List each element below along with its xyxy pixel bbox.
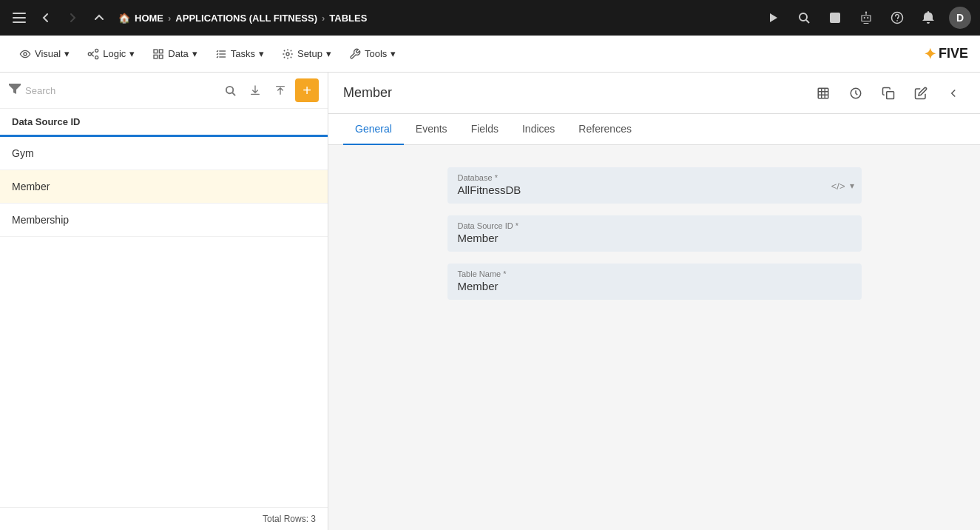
svg-line-26 bbox=[232, 93, 235, 95]
home-icon: 🏠 bbox=[118, 13, 130, 24]
back-icon[interactable] bbox=[36, 7, 56, 28]
edit-icon[interactable] bbox=[909, 81, 933, 105]
forward-icon[interactable] bbox=[62, 7, 83, 28]
form-area: Database * AllFitnessDB </> ▾ Data Sourc… bbox=[328, 145, 980, 530]
datasource-id-field-value: Member bbox=[458, 232, 851, 244]
svg-rect-2 bbox=[13, 21, 26, 23]
search-icon[interactable] bbox=[794, 7, 814, 28]
dropdown-icon[interactable]: ▾ bbox=[850, 181, 854, 191]
svg-rect-6 bbox=[830, 13, 840, 23]
database-field-actions: </> ▾ bbox=[831, 180, 854, 191]
breadcrumb-home[interactable]: HOME bbox=[135, 13, 163, 24]
stop-icon[interactable] bbox=[825, 7, 845, 28]
svg-point-4 bbox=[800, 13, 807, 21]
svg-line-5 bbox=[806, 20, 809, 23]
tab-general[interactable]: General bbox=[343, 114, 404, 145]
tab-fields[interactable]: Fields bbox=[459, 114, 510, 145]
filter-icon[interactable] bbox=[9, 84, 21, 97]
svg-rect-20 bbox=[160, 55, 163, 58]
svg-point-13 bbox=[95, 49, 98, 52]
svg-line-15 bbox=[92, 51, 94, 53]
nav-logic[interactable]: Logic ▾ bbox=[80, 44, 142, 64]
up-icon[interactable] bbox=[89, 7, 109, 28]
history-icon[interactable] bbox=[844, 81, 868, 105]
hamburger-menu-icon[interactable] bbox=[9, 7, 30, 28]
breadcrumb: 🏠 HOME › APPLICATIONS (ALL FITNESS) › TA… bbox=[118, 13, 367, 24]
svg-line-16 bbox=[92, 54, 94, 56]
table-name-field-value: Member bbox=[458, 280, 851, 292]
bell-icon[interactable] bbox=[918, 7, 939, 28]
tab-events[interactable]: Events bbox=[404, 114, 459, 145]
user-avatar[interactable]: D bbox=[949, 7, 971, 29]
table-name-field: Table Name * Member bbox=[447, 264, 862, 300]
main-layout: + Data Source ID Gym Member Membership T… bbox=[0, 73, 980, 530]
tabs-bar: General Events Fields Indices References bbox=[328, 114, 980, 145]
datasource-id-field-label: Data Source ID * bbox=[458, 221, 851, 230]
svg-point-7 bbox=[864, 17, 865, 19]
five-logo: ✦ FIVE bbox=[924, 45, 968, 63]
table-name-field-group: Table Name * Member bbox=[447, 264, 862, 300]
content-title: Member bbox=[343, 85, 805, 101]
search-icon[interactable] bbox=[220, 80, 240, 101]
nav-visual[interactable]: Visual ▾ bbox=[12, 44, 77, 64]
database-field: Database * AllFitnessDB </> ▾ bbox=[447, 167, 862, 204]
breadcrumb-sep-2: › bbox=[322, 13, 325, 24]
code-icon[interactable]: </> bbox=[831, 180, 845, 191]
five-logo-text: FIVE bbox=[939, 46, 968, 61]
svg-point-8 bbox=[867, 17, 868, 19]
add-button[interactable]: + bbox=[295, 78, 319, 102]
svg-point-12 bbox=[89, 53, 92, 56]
table-name-field-label: Table Name * bbox=[458, 269, 851, 278]
back-nav-icon[interactable] bbox=[942, 81, 965, 105]
svg-marker-3 bbox=[770, 13, 777, 22]
sidebar-toolbar: + bbox=[0, 73, 328, 109]
database-field-label: Database * bbox=[458, 173, 851, 182]
sidebar-item-membership[interactable]: Membership bbox=[0, 204, 328, 237]
nav-setup[interactable]: Setup ▾ bbox=[274, 44, 339, 64]
svg-point-14 bbox=[95, 56, 98, 58]
svg-point-24 bbox=[286, 53, 289, 56]
sidebar: + Data Source ID Gym Member Membership T… bbox=[0, 73, 328, 530]
breadcrumb-tables[interactable]: TABLES bbox=[329, 13, 367, 24]
svg-rect-0 bbox=[13, 13, 26, 14]
breadcrumb-app[interactable]: APPLICATIONS (ALL FITNESS) bbox=[175, 13, 317, 24]
svg-rect-17 bbox=[154, 50, 158, 53]
robot-icon[interactable] bbox=[856, 7, 876, 28]
search-input[interactable] bbox=[25, 85, 215, 96]
database-field-value: AllFitnessDB bbox=[458, 184, 851, 196]
sidebar-footer: Total Rows: 3 bbox=[0, 507, 328, 530]
five-star-icon: ✦ bbox=[924, 45, 936, 63]
nav-tasks[interactable]: Tasks ▾ bbox=[208, 44, 271, 64]
content-area: Member bbox=[328, 73, 980, 530]
sidebar-item-member[interactable]: Member bbox=[0, 170, 328, 204]
copy-icon[interactable] bbox=[876, 81, 900, 105]
content-header: Member bbox=[328, 73, 980, 114]
upload-icon[interactable] bbox=[270, 80, 291, 101]
form-inner: Database * AllFitnessDB </> ▾ Data Sourc… bbox=[447, 167, 862, 300]
svg-point-25 bbox=[226, 86, 232, 93]
breadcrumb-sep-1: › bbox=[168, 13, 171, 24]
svg-rect-19 bbox=[154, 55, 158, 58]
database-field-group: Database * AllFitnessDB </> ▾ bbox=[447, 167, 862, 204]
datasource-id-field-group: Data Source ID * Member bbox=[447, 215, 862, 252]
download-icon[interactable] bbox=[245, 80, 266, 101]
tab-indices[interactable]: Indices bbox=[510, 114, 567, 145]
table-view-icon[interactable] bbox=[811, 81, 835, 105]
svg-rect-1 bbox=[13, 17, 26, 19]
play-icon[interactable] bbox=[763, 7, 783, 28]
datasource-id-field: Data Source ID * Member bbox=[447, 215, 862, 252]
svg-rect-33 bbox=[887, 91, 894, 98]
svg-rect-18 bbox=[160, 50, 163, 53]
svg-point-11 bbox=[24, 53, 27, 56]
sidebar-header: Data Source ID bbox=[0, 109, 328, 137]
nav-data[interactable]: Data ▾ bbox=[145, 44, 204, 64]
svg-point-9 bbox=[865, 11, 867, 13]
sidebar-list: Gym Member Membership bbox=[0, 137, 328, 507]
top-navbar: 🏠 HOME › APPLICATIONS (ALL FITNESS) › TA… bbox=[0, 0, 980, 36]
content-header-actions bbox=[811, 81, 965, 105]
sidebar-item-gym[interactable]: Gym bbox=[0, 137, 328, 170]
svg-rect-27 bbox=[818, 88, 828, 98]
nav-tools[interactable]: Tools ▾ bbox=[342, 44, 403, 64]
help-icon[interactable] bbox=[887, 7, 908, 28]
tab-references[interactable]: References bbox=[567, 114, 643, 145]
